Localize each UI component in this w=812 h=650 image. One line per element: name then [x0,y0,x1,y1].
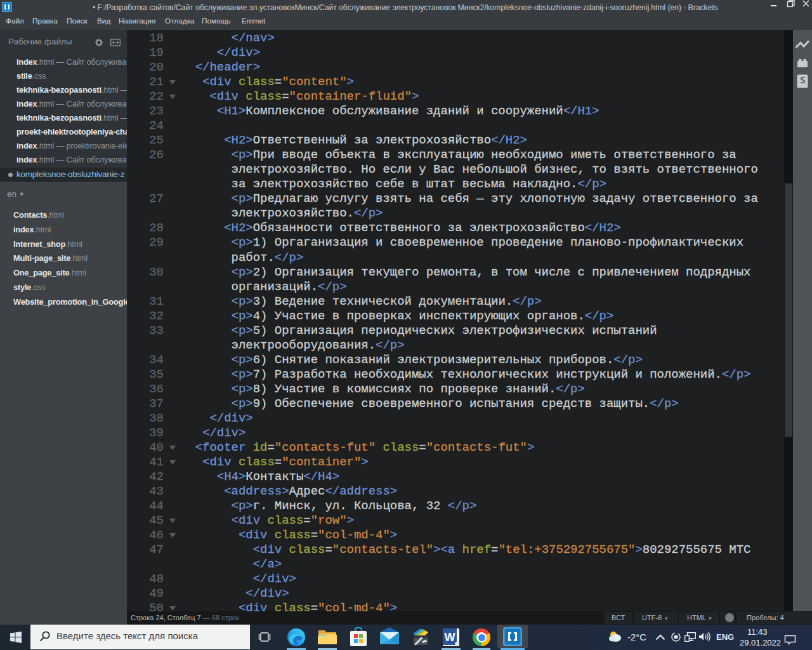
svg-text:W: W [445,631,455,644]
